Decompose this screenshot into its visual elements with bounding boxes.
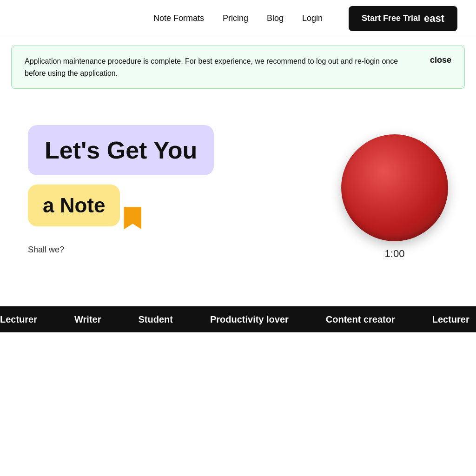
nav-pricing[interactable]: Pricing <box>223 13 248 23</box>
ticker-item: Productivity lover <box>210 314 289 325</box>
timer-display: 1:00 <box>385 248 405 260</box>
hero-line2: a Note <box>43 194 105 217</box>
navbar: Note Formats Pricing Blog Login Start Fr… <box>0 0 476 37</box>
red-circle-decoration <box>341 134 448 241</box>
hero-bubble-1: Let's Get You <box>28 125 214 175</box>
ticker-bar: LecturerWriterStudentProductivity loverC… <box>0 306 476 332</box>
banner-message: Application maintenance procedure is com… <box>25 55 406 79</box>
nav-blog[interactable]: Blog <box>267 13 284 23</box>
east-icon: east <box>424 13 444 25</box>
maintenance-banner: Application maintenance procedure is com… <box>11 46 465 89</box>
bottom-space <box>0 332 476 388</box>
start-free-trial-button[interactable]: Start Free Trial east <box>349 6 457 31</box>
ticker-item: Lecturer <box>0 314 37 325</box>
nav-note-formats[interactable]: Note Formats <box>153 13 204 23</box>
hero-text: Let's Get You a Note Shall we? <box>28 125 304 255</box>
hero-subtitle: Shall we? <box>28 245 304 255</box>
nav-links: Note Formats Pricing Blog Login <box>153 13 323 23</box>
hero-section: Let's Get You a Note Shall we? 1:00 <box>0 97 476 278</box>
ticker-item: Lecturer <box>432 314 469 325</box>
ticker-track: LecturerWriterStudentProductivity loverC… <box>0 314 476 325</box>
bookmark-icon <box>124 207 141 229</box>
hero-bubble-2: a Note <box>28 185 120 226</box>
ticker-item: Writer <box>74 314 101 325</box>
ticker-item: Content creator <box>326 314 395 325</box>
ticker-item: Student <box>138 314 172 325</box>
timer-section: 1:00 <box>341 134 448 260</box>
banner-close-button[interactable]: close <box>430 55 451 65</box>
cta-label: Start Free Trial <box>362 13 420 23</box>
hero-line1: Let's Get You <box>45 137 197 164</box>
hero-bubble-2-wrapper: a Note <box>28 185 304 226</box>
nav-login[interactable]: Login <box>302 13 323 23</box>
